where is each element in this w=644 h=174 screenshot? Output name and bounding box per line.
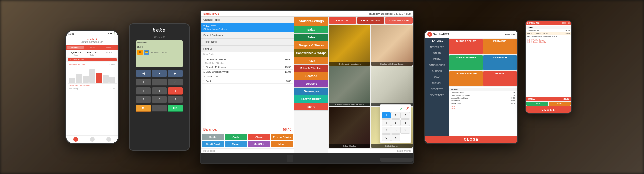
food-item-1[interactable]: Chicken with Vegetables: [329, 25, 370, 66]
cat-starters[interactable]: Starters&Wings: [294, 17, 328, 26]
tablet-cat-turkish[interactable]: TURKISH: [425, 80, 449, 86]
settle-btn[interactable]: Settle: [202, 134, 224, 140]
cat-sandwiches[interactable]: Sandwiches & Wraps: [294, 49, 328, 57]
tablet-cat-appetizers[interactable]: APPETIZERS: [425, 44, 449, 50]
key-2[interactable]: 2: [152, 79, 167, 86]
sp-cash-btn[interactable]: Cash: [526, 102, 548, 106]
main-container: 10:41 ●●● 🔋 metrik JANE'S COFFEE SHOP CU…: [0, 0, 644, 174]
numkey-9[interactable]: 9: [400, 127, 410, 134]
nav-chart-icon[interactable]: [90, 137, 95, 142]
food-item-3[interactable]: Chicken Piccata and Fettuccine: [329, 66, 370, 107]
tablet-main-area: BURGER DELUXE PASTA BUR TURKEY BURGER AV…: [449, 38, 517, 136]
numkey-3[interactable]: 3: [400, 112, 410, 119]
key-5[interactable]: 5: [152, 87, 167, 95]
coca-cola-btn[interactable]: CocaCola: [329, 17, 356, 24]
sp-item-2: Bacon Cheddar Burger 12.00: [526, 32, 571, 35]
close-btn[interactable]: Close: [248, 134, 270, 140]
cat-sides[interactable]: Sides: [294, 34, 328, 41]
terminal-mini-icons: ≡ 💳 A/c Toptem... 30,571: [137, 50, 181, 55]
select-customer-btn[interactable]: Select Customer: [201, 32, 294, 39]
numkey-1[interactable]: 1: [382, 112, 391, 119]
numkey-7[interactable]: 7: [382, 127, 391, 134]
cat-dessert[interactable]: Dessert: [294, 80, 328, 88]
tab-week[interactable]: WEEK: [84, 46, 100, 49]
key-star[interactable]: ✱: [136, 105, 151, 112]
sp-menu-btn[interactable]: Menu: [549, 102, 571, 106]
nav-settings-icon[interactable]: [106, 137, 111, 142]
tab-current[interactable]: CURRENT: [67, 46, 84, 49]
print-bill-btn[interactable]: Print Bill: [201, 46, 294, 52]
tablet-cat-burger[interactable]: BURGER: [425, 68, 449, 74]
nav-home-icon[interactable]: [73, 137, 78, 142]
ordered-item-2: 1.0 X: [451, 108, 515, 110]
tablet-cat-desserts[interactable]: DESSERTS: [425, 86, 449, 92]
tablet-cat-salad[interactable]: SALAD: [425, 50, 449, 56]
tablet-cat-featured[interactable]: FEATURED: [425, 38, 449, 44]
key-up[interactable]: ▲: [152, 70, 167, 77]
food-item-2[interactable]: Chicken with Curry Sauce: [371, 25, 413, 66]
ticket-btn[interactable]: Ticket: [225, 141, 247, 147]
tablet-item-turkey[interactable]: TURKEY BURGER: [449, 55, 483, 70]
numpad-confirm[interactable]: ✓: [400, 106, 403, 111]
numkey-5[interactable]: 5: [391, 119, 400, 126]
item-1-price: 16.95: [280, 58, 291, 61]
cash-btn[interactable]: Cash: [225, 134, 247, 140]
numkey-x[interactable]: x: [391, 134, 400, 141]
creditcard-btn[interactable]: CreditCard: [202, 141, 224, 147]
item-1-sub: The Salad / Brisket: [202, 62, 293, 65]
key-ok[interactable]: OK: [168, 105, 183, 112]
cat-menu[interactable]: Menu: [294, 103, 328, 111]
sp-close-btn[interactable]: CLOSE: [526, 106, 571, 113]
tablet-item-truffle[interactable]: TRUFFLE BURGER: [449, 71, 483, 86]
cat-ribs[interactable]: Ribs & Chicken: [294, 65, 328, 72]
numkey-4[interactable]: 4: [382, 119, 391, 126]
coca-cola-zero-btn[interactable]: CocaCola Zero: [357, 17, 384, 24]
tablet-cat-asian[interactable]: ASIAN: [425, 74, 449, 80]
tab-month[interactable]: MONTH: [101, 46, 117, 49]
cat-pizza[interactable]: Pizza: [294, 57, 328, 65]
key-back[interactable]: ◀: [136, 70, 151, 77]
key-3[interactable]: 3: [168, 79, 183, 86]
tablet-item-avo[interactable]: AVO RANCH: [483, 55, 517, 70]
numkey-0[interactable]: 0: [382, 134, 391, 141]
numkey-2[interactable]: 2: [391, 112, 400, 119]
tablet-item-ba[interactable]: BA BUR: [483, 71, 517, 86]
cat-frozen[interactable]: Frozen Drinks: [294, 95, 328, 103]
key-1[interactable]: 1: [136, 79, 151, 86]
frozen-drinks-btn[interactable]: Frozen Drinks: [271, 134, 293, 140]
small-phone-screen: SambaPOS B30 · 58 Ticket Truffle Burger …: [526, 21, 571, 113]
key-8[interactable]: 8: [152, 96, 167, 103]
key-7[interactable]: 7: [136, 96, 151, 103]
numkey-8[interactable]: 8: [391, 127, 400, 134]
ticket-note-btn[interactable]: Ticket Note: [201, 39, 294, 46]
key-next[interactable]: ▶: [168, 70, 183, 77]
tablet-item-pasta[interactable]: PASTA BUR: [483, 39, 517, 54]
phone-header: metrik JANE'S COFFEE SHOP: [66, 36, 118, 45]
tablet-item-burger-deluxe[interactable]: BURGER DELUXE: [449, 39, 483, 54]
numpad-cancel[interactable]: ✗: [406, 106, 409, 111]
food-3-label: Chicken Piccata and Fettuccine: [329, 103, 370, 106]
tablet-cat-pasta[interactable]: PASTA: [425, 56, 449, 62]
phone-time: 10:41: [68, 33, 74, 35]
tablet-cat-beverages[interactable]: BEVERAGES: [425, 92, 449, 98]
tablet-close-btn[interactable]: CLOSE: [425, 136, 517, 143]
coca-cola-light-btn[interactable]: CocaCola Light: [385, 17, 413, 24]
tablet-order-2: Original Ranch Salad 11.00: [449, 94, 517, 97]
key-6[interactable]: 6: [168, 87, 183, 95]
cat-seafood[interactable]: Seafood: [294, 72, 328, 80]
change-table-btn[interactable]: Change Table: [201, 17, 294, 23]
tablet-cat-sandwiches[interactable]: SANDWICHES: [425, 62, 449, 68]
key-9[interactable]: 9: [168, 96, 183, 103]
item-2-name: 1 Piccata Fettuccine: [203, 66, 280, 69]
food-item-4[interactable]: Oven Baked Chicken: [371, 66, 413, 107]
cat-beverages[interactable]: Beverages: [294, 88, 328, 95]
numkey-6[interactable]: 6: [400, 119, 410, 126]
cat-burgers[interactable]: Burgers & Steaks: [294, 41, 328, 49]
cat-salad[interactable]: Salad: [294, 26, 328, 34]
multinet-btn[interactable]: MultiNet: [248, 141, 270, 147]
key-0[interactable]: 0: [152, 105, 167, 112]
key-4[interactable]: 4: [136, 87, 151, 95]
menu-btn[interactable]: Menu: [271, 141, 293, 147]
tablet-order-5: Greek Salad 8.50: [449, 102, 517, 105]
food-item-5[interactable]: Grilled Chicken: [329, 107, 370, 148]
